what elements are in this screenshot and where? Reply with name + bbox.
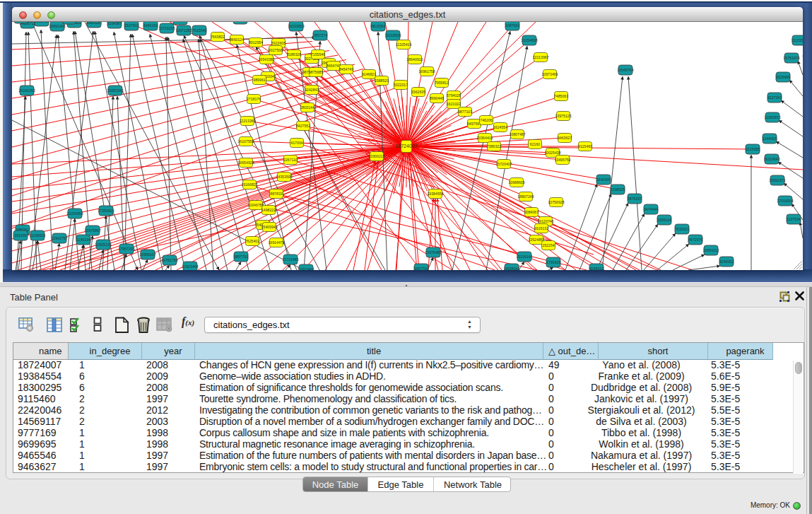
svg-text:2718176: 2718176 bbox=[247, 97, 261, 101]
svg-text:8990448: 8990448 bbox=[430, 96, 444, 100]
svg-text:5322605: 5322605 bbox=[271, 41, 286, 45]
svg-text:12213967: 12213967 bbox=[532, 55, 548, 59]
svg-text:2087662: 2087662 bbox=[505, 23, 519, 28]
svg-text:12923468: 12923468 bbox=[182, 264, 198, 269]
svg-text:11325419: 11325419 bbox=[396, 42, 412, 47]
svg-text:12213369: 12213369 bbox=[239, 119, 255, 123]
svg-text:14353594: 14353594 bbox=[276, 175, 292, 179]
svg-text:13716485: 13716485 bbox=[282, 257, 298, 262]
svg-text:7386322: 7386322 bbox=[487, 144, 501, 148]
svg-text:16107556: 16107556 bbox=[237, 139, 254, 144]
svg-text:14538161: 14538161 bbox=[503, 267, 519, 270]
svg-text:16914479: 16914479 bbox=[268, 240, 284, 245]
svg-text:10025438: 10025438 bbox=[544, 151, 560, 155]
svg-text:6879197: 6879197 bbox=[628, 197, 642, 201]
svg-text:9463627: 9463627 bbox=[558, 136, 572, 140]
svg-text:1244415: 1244415 bbox=[763, 136, 777, 141]
svg-text:10958107: 10958107 bbox=[139, 252, 155, 257]
svg-text:1615132: 1615132 bbox=[534, 226, 548, 230]
svg-text:1624554: 1624554 bbox=[493, 125, 507, 129]
svg-text:9245012: 9245012 bbox=[589, 267, 604, 270]
svg-text:12505135: 12505135 bbox=[95, 243, 111, 247]
svg-text:8912954: 8912954 bbox=[249, 40, 263, 45]
svg-text:8660124: 8660124 bbox=[230, 37, 244, 42]
svg-text:20364416: 20364416 bbox=[476, 136, 493, 140]
svg-text:10653287: 10653287 bbox=[86, 22, 102, 25]
svg-text:9877103: 9877103 bbox=[458, 110, 472, 114]
svg-text:9227343: 9227343 bbox=[767, 95, 782, 100]
svg-text:9242843: 9242843 bbox=[305, 88, 319, 92]
svg-text:16654928: 16654928 bbox=[237, 160, 254, 165]
svg-text:17016504: 17016504 bbox=[777, 199, 793, 203]
svg-text:989961: 989961 bbox=[253, 78, 265, 82]
svg-text:16210643: 16210643 bbox=[763, 157, 779, 161]
svg-text:9457791: 9457791 bbox=[414, 267, 428, 270]
svg-text:3215955: 3215955 bbox=[746, 147, 760, 151]
svg-text:26160150: 26160150 bbox=[18, 88, 35, 93]
svg-text:2935114: 2935114 bbox=[657, 218, 671, 222]
svg-text:2803144: 2803144 bbox=[300, 105, 314, 110]
svg-text:9245052: 9245052 bbox=[719, 259, 734, 264]
svg-text:6466160: 6466160 bbox=[143, 23, 158, 28]
svg-text:1938925: 1938925 bbox=[611, 187, 625, 192]
svg-text:8427552: 8427552 bbox=[296, 124, 310, 128]
svg-text:10975867: 10975867 bbox=[84, 228, 100, 233]
svg-text:20206556: 20206556 bbox=[66, 211, 83, 216]
svg-text:17957255: 17957255 bbox=[118, 247, 134, 251]
svg-text:746206: 746206 bbox=[480, 118, 492, 122]
svg-text:12923466: 12923466 bbox=[298, 267, 314, 270]
svg-text:1733426: 1733426 bbox=[546, 260, 560, 264]
svg-text:16120746: 16120746 bbox=[537, 219, 553, 223]
svg-text:8813054: 8813054 bbox=[371, 24, 385, 28]
svg-text:13495750: 13495750 bbox=[554, 158, 570, 162]
svg-text:1498222: 1498222 bbox=[261, 208, 276, 212]
svg-text:7663822: 7663822 bbox=[211, 35, 225, 39]
svg-text:23300215: 23300215 bbox=[368, 154, 384, 158]
svg-text:9327508: 9327508 bbox=[269, 48, 283, 52]
svg-text:10046788: 10046788 bbox=[247, 203, 264, 207]
svg-text:10719155: 10719155 bbox=[158, 26, 175, 30]
svg-text:18724007: 18724007 bbox=[395, 144, 417, 148]
svg-text:5322017: 5322017 bbox=[394, 83, 408, 87]
svg-text:15751074: 15751074 bbox=[783, 56, 799, 60]
svg-text:11123564: 11123564 bbox=[792, 38, 803, 42]
svg-text:10973493: 10973493 bbox=[541, 72, 558, 76]
svg-text:1588520: 1588520 bbox=[375, 78, 389, 83]
svg-text:9329966: 9329966 bbox=[776, 75, 790, 79]
svg-text:1621022: 1621022 bbox=[447, 102, 461, 106]
svg-text:9875685: 9875685 bbox=[309, 70, 323, 74]
svg-text:12093872: 12093872 bbox=[764, 115, 780, 119]
svg-text:15136141: 15136141 bbox=[516, 255, 532, 259]
svg-text:15409949: 15409949 bbox=[261, 225, 277, 229]
svg-text:2055713: 2055713 bbox=[35, 22, 49, 23]
svg-text:13975125: 13975125 bbox=[555, 114, 571, 118]
svg-text:12942757: 12942757 bbox=[51, 236, 67, 240]
svg-text:887833: 887833 bbox=[270, 192, 282, 196]
svg-text:7515546: 7515546 bbox=[192, 28, 206, 33]
svg-text:20691406: 20691406 bbox=[49, 24, 65, 28]
svg-text:8454749: 8454749 bbox=[326, 64, 341, 68]
svg-text:17359924: 17359924 bbox=[98, 209, 114, 213]
svg-text:1640935: 1640935 bbox=[596, 177, 611, 182]
svg-text:10654112: 10654112 bbox=[703, 248, 719, 252]
svg-text:7857274: 7857274 bbox=[313, 33, 327, 37]
svg-text:3267110: 3267110 bbox=[283, 158, 298, 162]
svg-text:6794028: 6794028 bbox=[447, 93, 461, 98]
svg-text:16961758: 16961758 bbox=[418, 69, 435, 74]
svg-text:1145194: 1145194 bbox=[76, 238, 90, 242]
svg-text:20053346: 20053346 bbox=[107, 88, 123, 93]
svg-text:9146821: 9146821 bbox=[362, 72, 376, 76]
svg-text:15692971: 15692971 bbox=[769, 178, 785, 182]
svg-text:13576485: 13576485 bbox=[425, 250, 441, 255]
svg-text:18807249: 18807249 bbox=[517, 194, 534, 199]
svg-text:391590: 391590 bbox=[14, 233, 26, 238]
svg-text:7632621: 7632621 bbox=[675, 227, 689, 231]
svg-text:7625402: 7625402 bbox=[245, 239, 259, 243]
svg-text:7955812: 7955812 bbox=[435, 81, 449, 85]
svg-text:10756928: 10756928 bbox=[548, 200, 564, 204]
svg-text:16782759: 16782759 bbox=[161, 258, 177, 262]
svg-text:10671355: 10671355 bbox=[175, 28, 192, 33]
svg-text:19218506: 19218506 bbox=[384, 33, 401, 37]
svg-text:18640910: 18640910 bbox=[406, 57, 423, 62]
svg-text:19166825: 19166825 bbox=[241, 182, 257, 187]
